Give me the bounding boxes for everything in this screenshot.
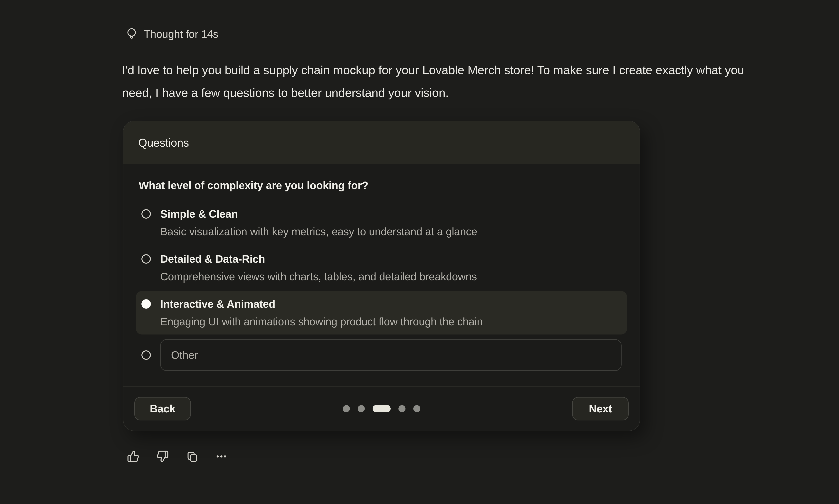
- copy-icon: [186, 450, 198, 463]
- other-input[interactable]: [160, 339, 622, 371]
- option-description: Basic visualization with key metrics, ea…: [160, 226, 622, 237]
- radio-selected-icon[interactable]: [141, 299, 151, 309]
- next-button[interactable]: Next: [572, 397, 629, 420]
- more-button[interactable]: [215, 449, 228, 464]
- thought-label: Thought for 14s: [144, 28, 219, 40]
- option-title: Simple & Clean: [160, 208, 622, 220]
- pagination-dot: [399, 405, 405, 412]
- question-text: What level of complexity are you looking…: [139, 179, 627, 192]
- lightbulb-icon: [125, 27, 138, 41]
- option-row-detailed-data-rich[interactable]: Detailed & Data-Rich Comprehensive views…: [136, 246, 627, 289]
- option-row-simple-clean[interactable]: Simple & Clean Basic visualization with …: [136, 201, 627, 245]
- copy-button[interactable]: [186, 449, 198, 464]
- card-title: Questions: [138, 136, 189, 149]
- card-footer: Back Next: [123, 386, 640, 431]
- radio-icon[interactable]: [141, 350, 151, 360]
- option-title: Interactive & Animated: [160, 298, 622, 310]
- pagination-dot: [358, 405, 365, 412]
- ellipsis-icon: [215, 450, 228, 463]
- card-header: Questions: [123, 121, 640, 164]
- questions-card: Questions What level of complexity are y…: [123, 121, 640, 431]
- card-body: What level of complexity are you looking…: [123, 164, 640, 386]
- pagination-dot: [372, 405, 390, 412]
- radio-icon[interactable]: [141, 209, 151, 219]
- option-description: Comprehensive views with charts, tables,…: [160, 271, 622, 283]
- thought-toggle[interactable]: Thought for 14s: [125, 27, 219, 41]
- pagination-dot: [343, 405, 350, 412]
- thumbs-down-icon: [156, 450, 169, 463]
- radio-icon[interactable]: [141, 254, 151, 264]
- pagination-dots: [343, 405, 420, 412]
- option-row-interactive-animated[interactable]: Interactive & Animated Engaging UI with …: [136, 291, 627, 335]
- pagination-dot: [413, 405, 420, 412]
- chat-canvas: { "thinking": { "label": "Thought for 14…: [0, 0, 839, 504]
- message-actions: [127, 449, 228, 464]
- thumbs-down-button[interactable]: [156, 449, 169, 464]
- back-button[interactable]: Back: [134, 397, 191, 420]
- thumbs-up-icon: [127, 450, 139, 463]
- option-row-other[interactable]: [136, 339, 627, 371]
- option-title: Detailed & Data-Rich: [160, 253, 622, 265]
- thumbs-up-button[interactable]: [127, 449, 139, 464]
- option-description: Engaging UI with animations showing prod…: [160, 316, 622, 327]
- assistant-message: I'd love to help you build a supply chai…: [122, 59, 747, 104]
